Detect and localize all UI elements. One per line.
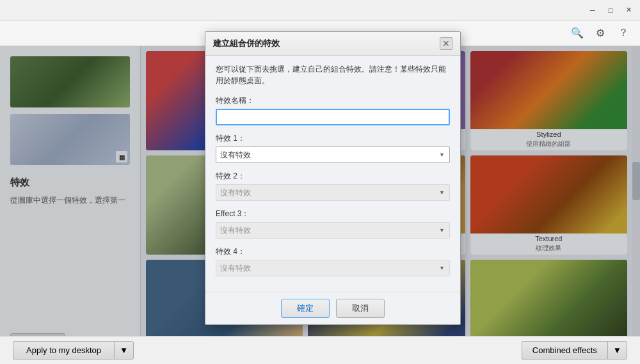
- effect2-select[interactable]: 沒有特效: [216, 184, 450, 201]
- name-field-label: 特效名稱：: [216, 95, 450, 106]
- effect4-field-group: 特效 4： 沒有特效: [216, 246, 450, 276]
- effect4-select-wrapper: 沒有特效: [216, 260, 450, 276]
- effect1-select-wrapper: 沒有特效: [216, 146, 450, 163]
- combined-effects-button[interactable]: Combined effects: [522, 341, 607, 360]
- effect2-field-group: 特效 2： 沒有特效: [216, 171, 450, 201]
- search-icon[interactable]: 🔍: [568, 24, 586, 42]
- maximize-button[interactable]: □: [602, 1, 620, 19]
- modal-header: 建立組合併的特效 ✕: [205, 32, 460, 56]
- effect2-select-wrapper: 沒有特效: [216, 184, 450, 201]
- effect4-label: 特效 4：: [216, 246, 450, 257]
- name-field-group: 特效名稱：: [216, 95, 450, 125]
- modal-overlay: 建立組合併的特效 ✕ 您可以從下面去挑選，建立自己的組合特效。請注意！某些特效只…: [0, 46, 640, 336]
- effect3-select-wrapper: 沒有特效: [216, 222, 450, 239]
- modal-body: 您可以從下面去挑選，建立自己的組合特效。請注意！某些特效只能用於靜態桌面。 特效…: [205, 56, 460, 292]
- modal-dialog: 建立組合併的特效 ✕ 您可以從下面去挑選，建立自己的組合特效。請注意！某些特效只…: [205, 31, 461, 325]
- bottom-bar: Apply to my desktop ▼ Combined effects ▼: [0, 336, 640, 364]
- effect4-select[interactable]: 沒有特效: [216, 260, 450, 276]
- apply-to-desktop-button[interactable]: Apply to my desktop: [13, 341, 114, 360]
- effect1-select[interactable]: 沒有特效: [216, 146, 450, 163]
- modal-description: 您可以從下面去挑選，建立自己的組合特效。請注意！某些特效只能用於靜態桌面。: [216, 63, 450, 86]
- minimize-button[interactable]: ─: [584, 1, 602, 19]
- effect3-field-group: Effect 3： 沒有特效: [216, 209, 450, 239]
- settings-icon[interactable]: ⚙: [591, 24, 609, 42]
- effect3-select[interactable]: 沒有特效: [216, 222, 450, 239]
- help-icon[interactable]: ？: [614, 24, 632, 42]
- apply-btn-group: Apply to my desktop ▼: [13, 341, 134, 360]
- combined-btn-group: Combined effects ▼: [522, 341, 627, 360]
- effect1-field-group: 特效 1： 沒有特效: [216, 133, 450, 163]
- effect1-label: 特效 1：: [216, 133, 450, 144]
- combined-dropdown-button[interactable]: ▼: [607, 341, 627, 360]
- confirm-button[interactable]: 確定: [281, 299, 330, 318]
- name-input[interactable]: [216, 109, 450, 125]
- effect3-label: Effect 3：: [216, 209, 450, 219]
- title-bar: ─ □ ✕: [0, 0, 640, 20]
- cancel-button[interactable]: 取消: [336, 299, 385, 318]
- modal-footer: 確定 取消: [205, 292, 460, 324]
- modal-close-button[interactable]: ✕: [440, 37, 452, 50]
- close-button[interactable]: ✕: [620, 1, 637, 19]
- effect2-label: 特效 2：: [216, 171, 450, 182]
- modal-title: 建立組合併的特效: [213, 38, 280, 49]
- apply-dropdown-button[interactable]: ▼: [114, 341, 134, 360]
